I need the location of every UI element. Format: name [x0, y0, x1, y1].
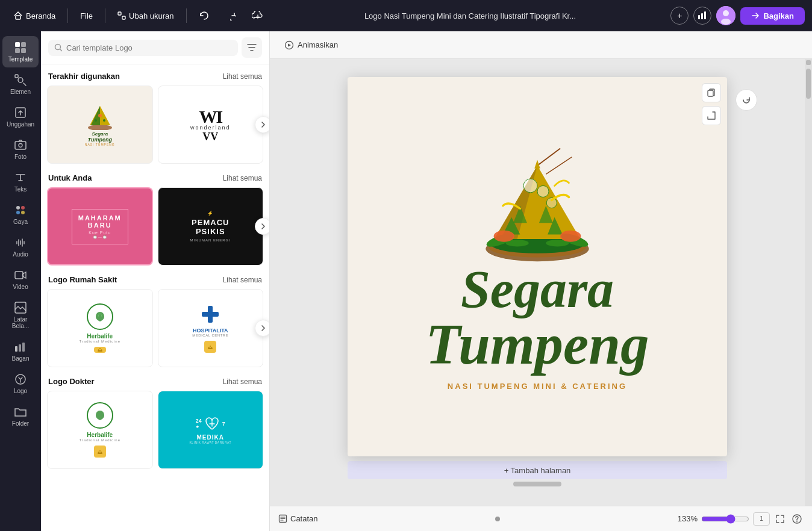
zoom-slider[interactable]	[701, 514, 749, 524]
svg-line-60	[537, 149, 560, 166]
untuk-anda-next-arrow[interactable]	[255, 218, 269, 235]
sidebar-item-bagan[interactable]: Bagan	[2, 335, 39, 367]
lihat-semua-rumah-sakit[interactable]: Lihat semua	[223, 276, 262, 284]
template-thumb-medika[interactable]: 24★ 7 MEDIKA KLINIK RAWAT DARURAT	[158, 391, 264, 469]
template-thumb-segara[interactable]: Segara Tumpeng NASI TUMPENG	[47, 85, 153, 164]
bottom-center	[493, 516, 502, 522]
catatan-button[interactable]: Catatan	[278, 514, 318, 523]
sidebar-item-template[interactable]: Template	[2, 36, 39, 67]
section-rumah-sakit-header: Logo Rumah Sakit Lihat semua	[47, 268, 263, 289]
divider2	[105, 8, 105, 23]
share-button[interactable]: Bagikan	[740, 7, 805, 25]
page-indicator[interactable]: 1	[753, 512, 770, 526]
svg-rect-9	[15, 42, 20, 47]
svg-point-17	[19, 144, 22, 148]
lihat-semua-dokter[interactable]: Lihat semua	[223, 377, 262, 386]
sidebar-item-logo[interactable]: Logo	[2, 368, 39, 399]
canvas-page[interactable]: Segara Tumpeng NASI TUMPENG MINI & CATER…	[348, 77, 727, 456]
crown-icon	[97, 347, 103, 352]
fullscreen-button[interactable]	[773, 512, 787, 526]
expand-canvas-button[interactable]	[702, 106, 721, 125]
vertical-scroll-thumb[interactable]	[806, 69, 811, 99]
template-thumb-maharam[interactable]: MAHARAM BARU Kue Putu ⌚ — ⌚	[47, 187, 153, 266]
scroll-up-arrow[interactable]	[806, 60, 811, 65]
terakhir-next-arrow[interactable]	[255, 116, 269, 133]
user-avatar[interactable]	[716, 6, 735, 25]
svg-rect-37	[202, 312, 219, 317]
undo-button[interactable]	[193, 7, 216, 24]
section-terakhir-header: Terakhir digunakan Lihat semua	[47, 64, 263, 85]
template-thumb-pemacu[interactable]: ⚡ PEMACU PSIKIS MINUMAN ENERGI	[158, 187, 264, 266]
svg-point-20	[16, 211, 20, 214]
template-thumb-wi[interactable]: WI wonderland VV	[158, 85, 264, 164]
lihat-semua-terakhir[interactable]: Lihat semua	[223, 72, 262, 81]
refresh-button[interactable]	[735, 89, 757, 111]
svg-rect-12	[21, 48, 26, 53]
svg-point-8	[721, 19, 731, 25]
sidebar-item-gaya[interactable]: Gaya	[2, 199, 39, 230]
cloud-button[interactable]	[246, 8, 270, 23]
sidebar-item-teks[interactable]: Teks	[2, 166, 39, 197]
file-button[interactable]: File	[74, 8, 99, 23]
canvas-topbar: Animasikan	[270, 31, 812, 59]
svg-point-38	[210, 346, 211, 347]
sidebar-unggahan-label: Unggahan	[7, 121, 34, 128]
sidebar-logo-label: Logo	[14, 388, 27, 394]
vertical-scrollbar	[805, 59, 812, 506]
beranda-button[interactable]: Beranda	[7, 8, 61, 23]
template-panel: Terakhir digunakan Lihat semua	[41, 31, 270, 531]
svg-rect-4	[701, 13, 703, 19]
refresh-area	[735, 89, 757, 111]
rumah-sakit-grid-wrap: Herbalife Tradional Medicine HOSPITALITA	[47, 289, 263, 367]
canvas-scroll: Segara Tumpeng NASI TUMPENG MINI & CATER…	[270, 59, 805, 506]
zoom-level: 133%	[678, 514, 698, 523]
svg-rect-0	[16, 16, 20, 19]
sidebar-template-label: Template	[8, 56, 33, 63]
lihat-semua-untuk-anda[interactable]: Lihat semua	[223, 174, 262, 182]
template-thumb-herbalife2[interactable]: Herbalife Tradional Medicine	[47, 391, 153, 469]
copy-canvas-button[interactable]	[702, 83, 721, 102]
svg-point-34	[103, 119, 105, 122]
horizontal-scroll-thumb[interactable]	[513, 482, 561, 486]
sidebar-item-foto[interactable]: Foto	[2, 134, 39, 165]
add-collaborator-button[interactable]: +	[670, 7, 689, 25]
share-label: Bagikan	[763, 11, 794, 20]
ubah-ukuran-button[interactable]: Ubah ukuran	[111, 8, 180, 23]
divider3	[186, 8, 187, 23]
herbalife-icon	[93, 309, 107, 324]
analytics-button[interactable]	[693, 7, 711, 25]
sidebar-item-latar[interactable]: Latar Bela...	[2, 296, 39, 334]
sidebar-item-elemen[interactable]: Elemen	[2, 69, 39, 100]
animasikan-button[interactable]: Animasikan	[278, 37, 344, 53]
svg-point-21	[21, 211, 25, 214]
svg-point-18	[16, 206, 20, 210]
svg-rect-24	[15, 346, 17, 352]
ubah-ukuran-label: Ubah ukuran	[129, 11, 173, 20]
svg-point-7	[723, 10, 729, 16]
horizontal-scroll-bar	[348, 482, 727, 488]
logo-tagline-text: NASI TUMPENG MINI & CATERING	[448, 382, 627, 391]
sidebar-foto-label: Foto	[14, 154, 27, 160]
redo-button[interactable]	[219, 7, 242, 24]
svg-point-13	[18, 78, 23, 82]
animasikan-label: Animasikan	[298, 40, 338, 49]
catatan-label: Catatan	[290, 514, 318, 523]
medika-heart-icon	[204, 416, 220, 432]
sidebar-item-audio[interactable]: Audio	[2, 231, 39, 262]
untuk-anda-grid: MAHARAM BARU Kue Putu ⌚ — ⌚ ⚡ PEMACU PSI…	[47, 187, 263, 266]
template-thumb-herbalife[interactable]: Herbalife Tradional Medicine	[47, 289, 153, 367]
sidebar-item-unggahan[interactable]: Unggahan	[2, 101, 39, 132]
add-page-button[interactable]: + Tambah halaman	[348, 461, 727, 479]
sidebar-item-video[interactable]: Video	[2, 264, 39, 295]
rumah-sakit-next-arrow[interactable]	[255, 320, 269, 337]
template-thumb-hospitalita[interactable]: HOSPITALITA MEDICAL CENTRE	[158, 289, 264, 367]
logo-main-text: Segara	[461, 263, 614, 316]
sidebar-audio-label: Audio	[13, 251, 28, 258]
search-input[interactable]	[66, 43, 232, 52]
filter-button[interactable]	[242, 37, 262, 58]
svg-point-33	[95, 119, 97, 122]
icon-sidebar: Template Elemen Unggahan Foto Teks Gaya …	[0, 31, 41, 531]
sidebar-item-folder[interactable]: Folder	[2, 400, 39, 432]
help-button[interactable]	[790, 512, 804, 526]
template-panel-content: Terakhir digunakan Lihat semua	[41, 64, 269, 531]
